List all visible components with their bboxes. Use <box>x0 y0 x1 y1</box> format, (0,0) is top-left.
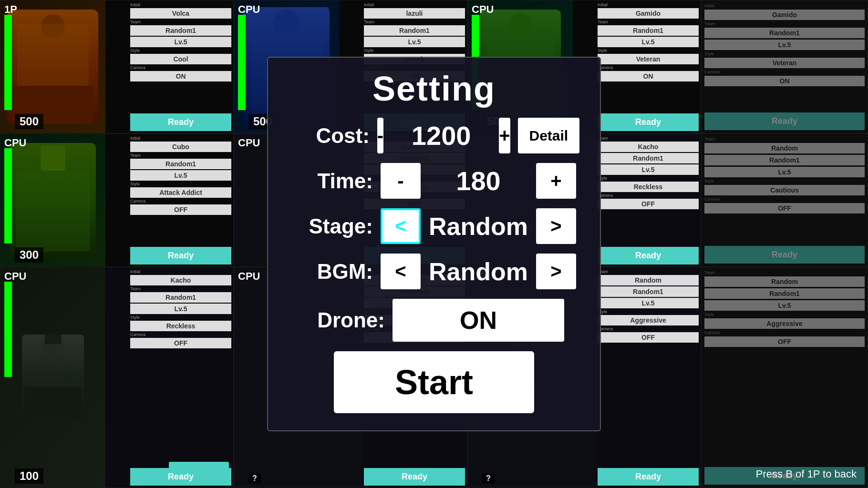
cpu1-character: lazuli <box>364 8 465 19</box>
cpu2-character: Gamido <box>598 8 699 19</box>
rbp-level: Lv.5 <box>704 300 865 311</box>
p1-level: Lv.5 <box>130 37 231 47</box>
cpu-kacho-cost: 100 <box>15 468 43 484</box>
p1-info: Initial Volca Team Random1 Lv.5 Style Co… <box>128 0 233 133</box>
p1-team: Random1 <box>130 25 231 36</box>
cpu-bot2-team: Random1 <box>598 286 699 297</box>
cpu-kacho-panel: CPU CPU Initial Kacho Team Random1 Lv.5 … <box>0 267 234 488</box>
rmp-camera: OFF <box>704 203 865 214</box>
cpu3-hp-bar <box>4 148 12 244</box>
cpu5-camera: OFF <box>598 199 699 209</box>
right-top-panel: Initial Gamido Team Random1 Lv.5 Style V… <box>701 0 868 133</box>
rbp-camera: OFF <box>704 336 865 347</box>
cpu5-ready: Ready <box>598 247 699 264</box>
rtp-style: Veteran <box>704 58 865 68</box>
cpu5-style: Reckless <box>598 182 699 192</box>
right-mid-panel: Team Random Random1 Lv.5 Style Cautious … <box>701 133 868 267</box>
rtp-team: Random1 <box>704 28 865 38</box>
cpu1-panel: CPU Initial lazuli Team Random1 Lv.5 Sty… <box>234 0 467 133</box>
cpu-bot2-style: Aggressive <box>598 315 699 325</box>
player-1p-panel: 1P Initial Volca Team Random1 Lv.5 Style… <box>0 0 234 133</box>
rtp-ready-btn: Ready <box>704 112 865 130</box>
cpu5-info: Team Kacho Random1 Lv.5 Style Reckless C… <box>596 134 701 266</box>
cpu3-label: CPU <box>4 137 26 149</box>
cpu2-info: Initial Gamido Team Random1 Lv.5 Style V… <box>596 0 701 133</box>
rmp-char: Random <box>704 143 865 153</box>
cpu-kacho-hp-bar <box>4 282 12 377</box>
cpu-bot1-info: Team Random Random1 Lv.5 Style Aggressiv… <box>362 267 467 488</box>
cpu-bot2-info: Team Random Random1 Lv.5 Style Aggressiv… <box>596 267 701 488</box>
cpu5-panel: ? CPU Team Kacho Random1 Lv.5 Style Reck… <box>467 133 701 267</box>
cpu1-level: Lv.5 <box>364 37 465 47</box>
cpu4-team: Random <box>364 142 465 152</box>
cpu4-style: Cautious <box>364 182 465 192</box>
cpu2-panel: CPU Initial Gamido Team Random1 Lv.5 Sty… <box>467 0 701 133</box>
cpu2-label: CPU <box>472 3 494 16</box>
cpu5-character: Kacho <box>598 142 699 152</box>
p1-hp-bar <box>4 15 12 110</box>
cpu2-cost: 500 <box>482 114 511 129</box>
rtp-level: Lv.5 <box>704 40 865 50</box>
rtp-character: Gamido <box>704 10 865 20</box>
cpu-bot1-panel: ? CPU Team Random Random1 Lv.5 Style Agg… <box>234 267 467 488</box>
cpu-bot1-style: Aggressive <box>364 315 465 325</box>
cpu4-label: CPU <box>238 137 260 149</box>
rbp-team: Random1 <box>704 288 865 299</box>
cpu1-hp-bar <box>238 15 246 110</box>
cpu-kacho-info: Initial Kacho Team Random1 Lv.5 Style Re… <box>128 267 233 488</box>
rmp-ready: Ready <box>704 246 865 264</box>
cpu-bot2-level: Lv.5 <box>598 298 699 308</box>
cpu3-info: Initial Cubo Team Random1 Lv.5 Style Att… <box>128 134 233 266</box>
cpu4-camera: OFF <box>364 199 465 209</box>
cpu1-camera: ON <box>364 71 465 81</box>
cpu2-ready: Ready <box>598 113 699 131</box>
cpu-bot2-camera: OFF <box>598 332 699 343</box>
cpu2-team: Random1 <box>598 25 699 36</box>
p1-ready[interactable]: Ready <box>130 113 231 131</box>
cpu2-style: Veteran <box>598 54 699 64</box>
cpu-kacho-style: Reckless <box>130 321 231 331</box>
p1-label: 1P <box>4 3 17 16</box>
cpu3-level: Lv.5 <box>130 170 231 181</box>
p1-camera: ON <box>130 71 231 81</box>
rtp-camera: ON <box>704 76 865 86</box>
cpu3-style: Attack Addict <box>130 187 231 198</box>
cpu3-camera: OFF <box>130 204 231 215</box>
cpu-kacho-team: Random1 <box>130 292 231 303</box>
cpu4-level: Lv.5 <box>364 164 465 175</box>
cpu-bot2-ready: Ready <box>598 468 699 486</box>
cpu-bot1-level: Lv.5 <box>364 298 465 308</box>
p1-character: Volca <box>130 8 231 19</box>
cpu3-panel: CPU Initial Cubo Team Random1 Lv.5 Style… <box>0 133 234 267</box>
cpu1-ready: Ready <box>364 113 465 131</box>
cpu3-team: Random1 <box>130 159 231 169</box>
cpu2-level: Lv.5 <box>598 37 699 47</box>
cpu3-character: Cubo <box>130 142 231 152</box>
cpu3-ready: Ready <box>130 247 231 264</box>
cpu-bot1-camera: OFF <box>364 332 465 343</box>
rmp-style: Cautious <box>704 185 865 195</box>
p1-style: Cool <box>130 54 231 64</box>
p1-cost: 500 <box>15 114 43 129</box>
rbp-style: Aggressive <box>704 318 865 329</box>
cpu2-camera: ON <box>598 71 699 81</box>
cpu5-team: Random1 <box>598 153 699 163</box>
cpu-bot1-char: Random <box>364 275 465 285</box>
cpu-kacho-character: Kacho <box>130 275 231 285</box>
cpu-bot2-panel: ? CPU Team Random Random1 Lv.5 Style Agg… <box>467 267 701 488</box>
cpu4-team2: Random1 <box>364 153 465 163</box>
cpu1-cost: 500 <box>248 114 277 129</box>
cpu4-panel: ? CPU Team Random Random1 Lv.5 Style Cau… <box>234 133 467 267</box>
rbp-char: Random <box>704 276 865 287</box>
cpu1-team: Random1 <box>364 25 465 36</box>
cpu-bot1-ready: Ready <box>364 468 465 486</box>
right-bot-panel: Team Random Random1 Lv.5 Style Aggressiv… <box>701 267 868 488</box>
rmp-level: Lv.5 <box>704 167 865 177</box>
cpu1-info: Initial lazuli Team Random1 Lv.5 Style S… <box>362 0 467 133</box>
cpu-kacho-camera: OFF <box>130 338 231 348</box>
cpu2-hp-bar <box>472 15 479 110</box>
cpu-kacho-level: Lv.5 <box>130 304 231 314</box>
cpu1-style: Sneak <box>364 54 465 64</box>
cpu-bot1-team: Random1 <box>364 286 465 297</box>
cpu4-info: Team Random Random1 Lv.5 Style Cautious … <box>362 134 467 266</box>
